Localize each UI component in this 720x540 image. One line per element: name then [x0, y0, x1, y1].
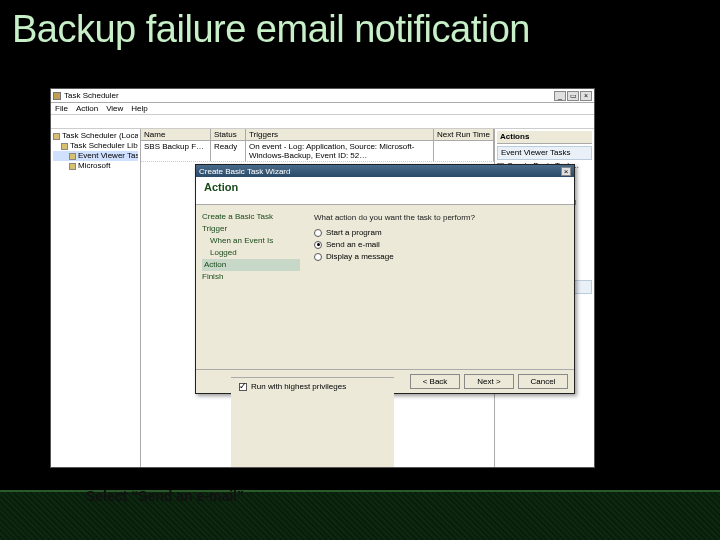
radio-icon: [314, 253, 322, 261]
tree-event-viewer-tasks[interactable]: Event Viewer Tasks: [53, 151, 138, 161]
task-scheduler-window: Task Scheduler _ ▭ × File Action View He…: [50, 88, 595, 468]
checkbox-icon: [239, 383, 247, 391]
window-title: Task Scheduler: [64, 91, 119, 100]
wizard-header-text: Action: [204, 181, 566, 193]
toolbar: [51, 115, 594, 129]
col-next-run[interactable]: Next Run Time: [434, 129, 494, 140]
radio-label: Display a message: [326, 252, 394, 261]
tree-root[interactable]: Task Scheduler (Local): [53, 131, 138, 141]
maximize-button[interactable]: ▭: [567, 91, 579, 101]
tree-library[interactable]: Task Scheduler Library: [53, 141, 138, 151]
app-icon: [53, 92, 61, 100]
create-basic-task-wizard: Create Basic Task Wizard × Action Create…: [195, 164, 575, 394]
wizard-close-button[interactable]: ×: [561, 167, 571, 176]
center-panel: Name Status Triggers Next Run Time SBS B…: [141, 129, 494, 467]
next-button[interactable]: Next >: [464, 374, 514, 389]
back-button[interactable]: < Back: [410, 374, 460, 389]
cell-status: Ready: [211, 141, 246, 161]
task-properties-panel: Run with highest privileges: [231, 377, 394, 467]
cell-next: [434, 141, 494, 161]
radio-display-message[interactable]: Display a message: [314, 252, 566, 261]
nav-tree[interactable]: Task Scheduler (Local) Task Scheduler Li…: [51, 129, 141, 467]
step-create[interactable]: Create a Basic Task: [202, 211, 300, 223]
step-action[interactable]: Action: [202, 259, 300, 271]
step-trigger[interactable]: Trigger: [202, 223, 300, 235]
main-area: Task Scheduler (Local) Task Scheduler Li…: [51, 129, 594, 467]
folder-icon: [69, 163, 76, 170]
radio-send-email[interactable]: Send an e-mail: [314, 240, 566, 249]
menu-action[interactable]: Action: [76, 103, 98, 114]
radio-icon: [314, 229, 322, 237]
wizard-content: What action do you want the task to perf…: [306, 205, 574, 369]
wizard-header: Action: [196, 177, 574, 205]
wizard-question: What action do you want the task to perf…: [314, 213, 566, 222]
actions-section-event-viewer: Event Viewer Tasks: [497, 146, 592, 160]
slide-caption: Select “Send an e-mail”: [86, 488, 244, 504]
close-button[interactable]: ×: [580, 91, 592, 101]
menu-file[interactable]: File: [55, 103, 68, 114]
menu-help[interactable]: Help: [131, 103, 147, 114]
step-finish[interactable]: Finish: [202, 271, 300, 283]
slide-title: Backup failure email notification: [0, 0, 720, 55]
step-event-logged[interactable]: When an Event Is Logged: [202, 235, 300, 259]
wizard-titlebar[interactable]: Create Basic Task Wizard ×: [196, 165, 574, 177]
actions-header: Actions: [497, 131, 592, 144]
tree-microsoft[interactable]: Microsoft: [53, 161, 138, 171]
col-triggers[interactable]: Triggers: [246, 129, 434, 140]
folder-icon: [53, 133, 60, 140]
col-status[interactable]: Status: [211, 129, 246, 140]
menu-view[interactable]: View: [106, 103, 123, 114]
task-list-header: Name Status Triggers Next Run Time: [141, 129, 494, 141]
menu-bar: File Action View Help: [51, 103, 594, 115]
folder-icon: [69, 153, 76, 160]
radio-label: Send an e-mail: [326, 240, 380, 249]
minimize-button[interactable]: _: [554, 91, 566, 101]
cell-name: SBS Backup F…: [141, 141, 211, 161]
highest-privileges-checkbox[interactable]: Run with highest privileges: [239, 382, 386, 391]
col-name[interactable]: Name: [141, 129, 211, 140]
wizard-title-text: Create Basic Task Wizard: [199, 167, 290, 176]
cancel-button[interactable]: Cancel: [518, 374, 568, 389]
radio-start-program[interactable]: Start a program: [314, 228, 566, 237]
radio-icon: [314, 241, 322, 249]
cell-triggers: On event - Log: Application, Source: Mic…: [246, 141, 434, 161]
checkbox-label: Run with highest privileges: [251, 382, 346, 391]
folder-icon: [61, 143, 68, 150]
wizard-steps: Create a Basic Task Trigger When an Even…: [196, 205, 306, 369]
task-row[interactable]: SBS Backup F… Ready On event - Log: Appl…: [141, 141, 494, 162]
radio-label: Start a program: [326, 228, 382, 237]
window-titlebar[interactable]: Task Scheduler _ ▭ ×: [51, 89, 594, 103]
